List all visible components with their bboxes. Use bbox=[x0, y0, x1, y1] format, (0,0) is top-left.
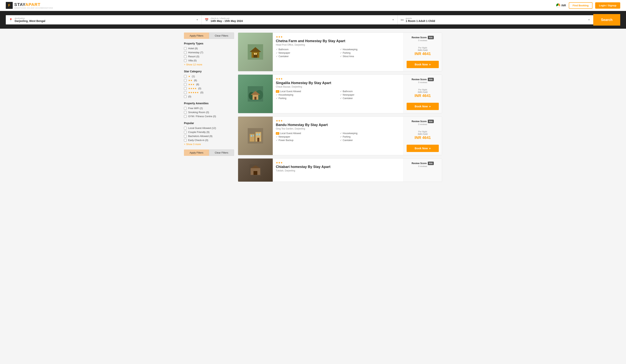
popular-couple: Couple Friendly (9) bbox=[184, 131, 234, 133]
amenity-smoking: Smoking Room (0) bbox=[184, 111, 234, 114]
listing-price-box-4: Review Score N\A 0 reviews bbox=[403, 159, 442, 182]
apply-filters-button-bottom[interactable]: Apply Filters bbox=[184, 149, 209, 156]
clear-filters-button-bottom[interactable]: Clear Filters bbox=[209, 149, 234, 156]
svg-rect-11 bbox=[254, 97, 256, 100]
listing-location-2: Chauk Bazaar, Darjeeling bbox=[276, 85, 400, 88]
listing-title-4[interactable]: Chiabari homestay By Stay Apart bbox=[276, 165, 400, 169]
amenity-wifi-checkbox[interactable] bbox=[184, 107, 187, 110]
popular-bachelors-label: Bachelors Allowed (9) bbox=[188, 135, 212, 137]
header-right: INR Find Booking Login / Signup bbox=[556, 2, 620, 9]
popular-early-checkin-checkbox[interactable] bbox=[184, 139, 187, 142]
search-button[interactable]: Search bbox=[593, 14, 620, 26]
star-5-label: (0) bbox=[200, 91, 203, 94]
show-more-types[interactable]: + Show 12 more bbox=[184, 63, 234, 66]
amenity-housekeeping-2: ✓ Housekeeping bbox=[276, 94, 336, 96]
star-category-label: Star Category bbox=[184, 70, 234, 73]
listing-card-3: ★★★ Bandu Homestay By Stay Apart Ging Te… bbox=[238, 116, 442, 155]
popular-local-guest-checkbox[interactable] bbox=[184, 127, 187, 130]
review-count-1: 0 reviews bbox=[412, 39, 434, 41]
star-3-label: (8) bbox=[196, 83, 199, 86]
star-1-checkbox[interactable] bbox=[184, 75, 187, 78]
star-2-label: (6) bbox=[194, 79, 197, 82]
svg-rect-4 bbox=[254, 53, 255, 55]
destination-chevron: ▼ bbox=[196, 18, 198, 21]
flag-icon bbox=[556, 3, 560, 7]
check-icon: ✓ bbox=[276, 48, 278, 51]
currency-selector[interactable]: INR bbox=[556, 3, 566, 7]
amenity-caretaker-2: ✓ Caretaker bbox=[340, 97, 400, 100]
listing-title-2[interactable]: Singalila Homestay By Stay Apart bbox=[276, 81, 400, 85]
popular-bachelors-checkbox[interactable] bbox=[184, 135, 187, 137]
price-original-1: INR 7140 bbox=[415, 49, 431, 52]
clear-filters-button-top[interactable]: Clear Filters bbox=[209, 33, 234, 39]
star-3: ★★★ (8) bbox=[184, 83, 234, 86]
checkin-field[interactable]: 📅 check-in / check-out 14th May - 15th M… bbox=[202, 15, 397, 24]
property-type-homestay-checkbox[interactable] bbox=[184, 51, 187, 54]
book-arrow-icon-3: » bbox=[429, 147, 431, 150]
find-booking-button[interactable]: Find Booking bbox=[569, 2, 592, 9]
review-score-area-1: Review Score N\A 0 reviews bbox=[412, 36, 434, 41]
filter-buttons-bottom: Apply Filters Clear Filters bbox=[184, 149, 234, 156]
show-more-popular[interactable]: + Show 3 more bbox=[184, 143, 234, 146]
review-count-2: 0 reviews bbox=[412, 81, 434, 84]
star-5-checkbox[interactable] bbox=[184, 91, 187, 94]
star-5-icon: ★★★★★ bbox=[188, 91, 199, 94]
check-icon: ✓ bbox=[340, 139, 342, 142]
guests-value: 1 Room 1 Adult 1 Child bbox=[406, 19, 435, 23]
listing-image-2 bbox=[238, 75, 273, 113]
book-now-button-1[interactable]: Book Now » bbox=[407, 61, 439, 68]
star-2-checkbox[interactable] bbox=[184, 79, 187, 82]
listing-stars-2: ★★★ bbox=[276, 77, 400, 80]
listing-title-3[interactable]: Bandu Homestay By Stay Apart bbox=[276, 123, 400, 127]
destination-label: destination bbox=[15, 17, 194, 19]
star-1: ★ (1) bbox=[184, 75, 234, 78]
login-signup-button[interactable]: Login / Signup bbox=[595, 2, 620, 9]
property-type-hotel-checkbox[interactable] bbox=[184, 47, 187, 50]
listing-title-1[interactable]: Chetna Farm and Homestay By Stay Apart bbox=[276, 39, 400, 43]
price-final-1: INR 4641 bbox=[415, 52, 431, 56]
property-type-resort-label: Resort (0) bbox=[188, 55, 199, 58]
popular-bachelors: Bachelors Allowed (9) bbox=[184, 135, 234, 137]
amenity-bathroom-2: ✓ Bathroom bbox=[340, 90, 400, 93]
tag-icon-3: 🏷 bbox=[276, 132, 279, 135]
check-icon: ✓ bbox=[340, 90, 342, 93]
nia-badge-1: N\A bbox=[428, 36, 434, 39]
property-types-label: Property Types bbox=[184, 42, 234, 45]
amenity-smoking-label: Smoking Room (0) bbox=[188, 111, 209, 114]
book-now-button-2[interactable]: Book Now » bbox=[407, 103, 439, 110]
property-type-resort-checkbox[interactable] bbox=[184, 55, 187, 58]
guests-field-text: guests 1 Room 1 Adult 1 Child bbox=[406, 17, 586, 23]
listing-stars-3: ★★★ bbox=[276, 119, 400, 122]
amenities-section: Property Amenities Free WiFi (2) Smoking… bbox=[184, 102, 234, 118]
destination-value: Darjeeling, West Bengal bbox=[15, 19, 45, 23]
star-4-checkbox[interactable] bbox=[184, 87, 187, 90]
property-type-villa-checkbox[interactable] bbox=[184, 59, 187, 62]
amenity-parking-2: ✓ Parking bbox=[276, 97, 336, 100]
listing-price-box-2: Review Score N\A 0 reviews Per Night INR… bbox=[403, 75, 442, 113]
book-now-button-3[interactable]: Book Now » bbox=[407, 145, 439, 152]
popular-couple-checkbox[interactable] bbox=[184, 131, 187, 133]
destination-field[interactable]: 📍 destination Darjeeling, West Bengal ▼ bbox=[6, 15, 202, 24]
listing-amenities-2: 🏷 Local Guest Allowed ✓ Bathroom ✓ House… bbox=[276, 90, 400, 100]
amenity-smoking-checkbox[interactable] bbox=[184, 111, 187, 114]
amenity-housekeeping-3: ✓ Housekeeping bbox=[340, 132, 400, 135]
guests-field[interactable]: 🛏 guests 1 Room 1 Adult 1 Child ▼ bbox=[397, 15, 593, 24]
star-3-checkbox[interactable] bbox=[184, 83, 187, 86]
listing-body-4: ★★★ Chiabari homestay By Stay Apart Tukd… bbox=[273, 159, 403, 182]
header: F STAYAPART HANDPICKED HOLIDAY ACCOMMODA… bbox=[0, 0, 626, 11]
check-icon: ✓ bbox=[340, 94, 342, 96]
review-label-1: Review Score bbox=[412, 36, 427, 39]
bed-icon: 🛏 bbox=[401, 18, 404, 22]
listing-image-3 bbox=[238, 117, 273, 155]
star-0: (0) bbox=[184, 95, 234, 98]
review-score-area-2: Review Score N\A 0 reviews bbox=[412, 78, 434, 84]
review-count-3: 0 reviews bbox=[412, 123, 434, 126]
listing-image-1 bbox=[238, 33, 273, 71]
star-0-checkbox[interactable] bbox=[184, 95, 187, 98]
amenities-label: Property Amenities bbox=[184, 102, 234, 105]
star-category-section: Star Category ★ (1) ★★ (6) ★★★ (8) ★★★★ … bbox=[184, 70, 234, 98]
review-label-2: Review Score bbox=[412, 78, 427, 81]
apply-filters-button-top[interactable]: Apply Filters bbox=[184, 33, 209, 39]
amenity-gym-checkbox[interactable] bbox=[184, 115, 187, 118]
amenity-newspaper-3: ✓ Newspaper bbox=[276, 135, 336, 138]
